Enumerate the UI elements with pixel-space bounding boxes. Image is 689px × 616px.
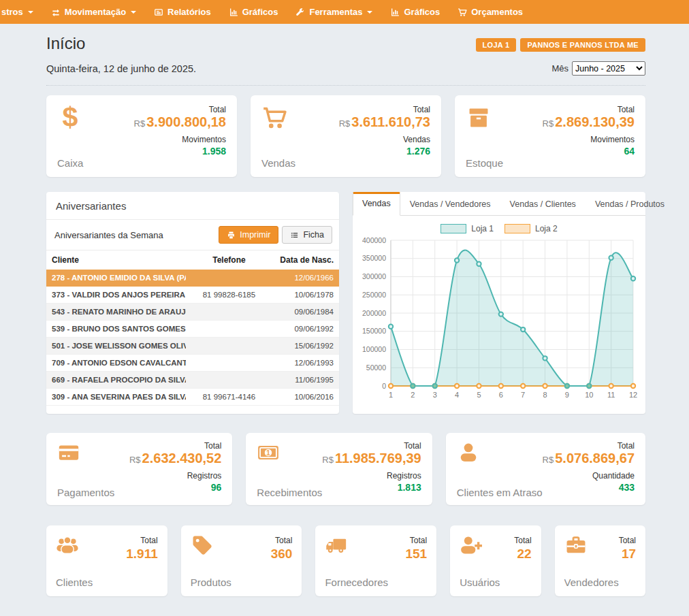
svg-text:100000: 100000	[362, 345, 386, 353]
legend-label: Loja 2	[535, 224, 558, 233]
legend-label: Loja 1	[471, 224, 494, 233]
svg-text:400000: 400000	[362, 236, 386, 244]
user-plus-icon	[460, 534, 483, 557]
table-row[interactable]: 709 - ANTONIO EDSON CAVALCANTE D...12/06…	[46, 355, 339, 372]
svg-text:300000: 300000	[362, 272, 386, 280]
phone-cell: 81 99671-4146	[186, 389, 273, 406]
card-clientes: Total 1.911 Clientes	[46, 525, 167, 596]
total-label: Total	[514, 536, 531, 545]
credit-card-icon	[57, 441, 80, 464]
briefcase-icon	[564, 534, 588, 557]
phone-cell	[186, 270, 273, 287]
birthdays-subtitle: Aniversariantes da Semana	[54, 230, 163, 240]
ficha-button[interactable]: Ficha	[282, 226, 332, 244]
phone-cell: 81 99828-6185	[186, 287, 273, 304]
tab-vendas[interactable]: Vendas	[353, 192, 400, 216]
svg-text:3: 3	[433, 391, 437, 399]
cart-icon	[458, 7, 467, 17]
total-label: Total	[619, 536, 636, 545]
birthdate-cell: 09/06/1992	[272, 321, 339, 338]
count-value: 22	[514, 547, 531, 562]
birthdays-panel: Aniversariantes Aniversariantes da Seman…	[46, 192, 339, 414]
tab-vendas-produtos[interactable]: Vendas / Produtos	[586, 192, 674, 216]
column-header-telefone: Telefone	[186, 250, 273, 270]
sub-label: Registros	[187, 471, 222, 481]
svg-text:5: 5	[477, 391, 481, 399]
chart-legend: Loja 1Loja 2	[353, 224, 645, 233]
truck-icon	[325, 534, 348, 557]
nav-item-cadastros[interactable]: stros	[0, 0, 42, 24]
page: { "navbar": { "items": [ {"name": "cadas…	[0, 0, 689, 616]
card-label: Produtos	[191, 577, 293, 588]
nav-item-label: Gráficos	[404, 7, 440, 17]
printer-icon	[227, 231, 236, 240]
print-button[interactable]: Imprimir	[219, 226, 278, 244]
users-group-icon	[56, 534, 79, 557]
card-label: Usuários	[460, 577, 531, 588]
svg-text:$: $	[63, 105, 78, 131]
svg-text:1: 1	[389, 391, 393, 399]
client-cell: 539 - BRUNO DOS SANTOS GOMES	[46, 321, 186, 338]
column-header-cliente: Cliente	[46, 250, 186, 270]
card-label: Caixa	[57, 157, 83, 169]
table-row[interactable]: 309 - ANA SEVERINA PAES DA SILVA81 99671…	[46, 389, 339, 406]
svg-text:50000: 50000	[366, 363, 386, 372]
table-row[interactable]: 501 - JOSE WELISSON GOMES OLIVEIR...15/0…	[46, 338, 339, 355]
svg-text:7: 7	[521, 391, 525, 399]
card-recebimentos: 1 Recebimentos Total R$11.985.769,39 Reg…	[246, 433, 432, 505]
list-icon	[290, 231, 299, 240]
table-row[interactable]: 543 - RENATO MARINHO DE ARAUJO (F...09/0…	[46, 304, 339, 321]
nav-item-movimentacao[interactable]: Movimentação	[42, 0, 145, 24]
card-usuarios: Total 22 Usuários	[450, 525, 541, 596]
card-label: Fornecedores	[325, 577, 427, 588]
phone-cell	[186, 321, 273, 338]
client-cell: 709 - ANTONIO EDSON CAVALCANTE D...	[46, 355, 186, 372]
card-label: Recebimentos	[257, 487, 322, 498]
table-row[interactable]: 278 - ANTONIO EMIDIO DA SILVA (PALE...12…	[46, 270, 339, 287]
table-row[interactable]: 539 - BRUNO DOS SANTOS GOMES09/06/1992	[46, 321, 339, 338]
svg-text:200000: 200000	[362, 309, 386, 317]
nav-item-orcamentos[interactable]: Orçamentos	[449, 0, 532, 24]
svg-text:10: 10	[585, 391, 593, 399]
tab-vendas-vendedores[interactable]: Vendas / Vendedores	[400, 192, 500, 216]
phone-cell	[186, 338, 273, 355]
nav-item-graficos-2[interactable]: Gráficos	[381, 0, 449, 24]
count-value: 360	[271, 547, 293, 562]
sub-label: Movimentos	[590, 135, 635, 144]
sub-label: Quantidade	[592, 471, 635, 481]
nav-item-label: Gráficos	[242, 7, 278, 17]
caret-down-icon	[131, 11, 136, 14]
total-value: R$3.611.610,73	[339, 114, 430, 130]
card-vendas: Vendas Total R$3.611.610,73 Vendas 1.276	[251, 95, 441, 177]
sub-value: 1.958	[202, 146, 226, 157]
total-value: R$2.632.430,52	[129, 451, 221, 466]
total-label: Total	[410, 536, 427, 545]
card-fornecedores: Total 151 Fornecedores	[315, 525, 436, 596]
navbar: strosMovimentaçãoRelatóriosGráficosFerra…	[0, 0, 689, 24]
client-cell: 309 - ANA SEVERINA PAES DA SILVA	[46, 389, 186, 406]
month-select[interactable]: Junho - 2025	[572, 61, 645, 76]
card-produtos: Total 360 Produtos	[181, 525, 302, 596]
tab-vendas-clientes[interactable]: Vendas / Clientes	[500, 192, 586, 216]
sub-label: Registros	[387, 471, 421, 481]
sub-value: 96	[211, 482, 222, 493]
nav-item-graficos[interactable]: Gráficos	[220, 0, 287, 24]
sub-value: 1.276	[406, 146, 430, 157]
client-cell: 501 - JOSE WELISSON GOMES OLIVEIR...	[46, 338, 186, 355]
phone-cell	[186, 372, 273, 389]
card-clientes-em-atraso: Clientes em Atraso Total R$5.076.869,67 …	[446, 433, 645, 505]
nav-item-relatorios[interactable]: Relatórios	[145, 0, 220, 24]
total-label: Total	[204, 441, 221, 451]
phone-cell	[186, 304, 273, 321]
sales-chart: 0500001000001500002000002500003000003500…	[353, 233, 645, 409]
nav-item-ferramentas[interactable]: Ferramentas	[287, 0, 381, 24]
table-row[interactable]: 669 - RAFAELA PROCOPIO DA SILVA CA...11/…	[46, 372, 339, 389]
birthdate-cell: 10/06/2016	[272, 389, 339, 406]
month-label: Mês	[551, 63, 568, 74]
card-label: Pagamentos	[57, 487, 114, 498]
store-badge: LOJA 1	[476, 38, 517, 52]
money-bill-icon: 1	[257, 441, 280, 464]
client-cell: 373 - VALDIR DOS ANJOS PEREIRA (AN...	[46, 287, 186, 304]
table-row[interactable]: 373 - VALDIR DOS ANJOS PEREIRA (AN...81 …	[46, 287, 339, 304]
total-label: Total	[404, 441, 421, 451]
